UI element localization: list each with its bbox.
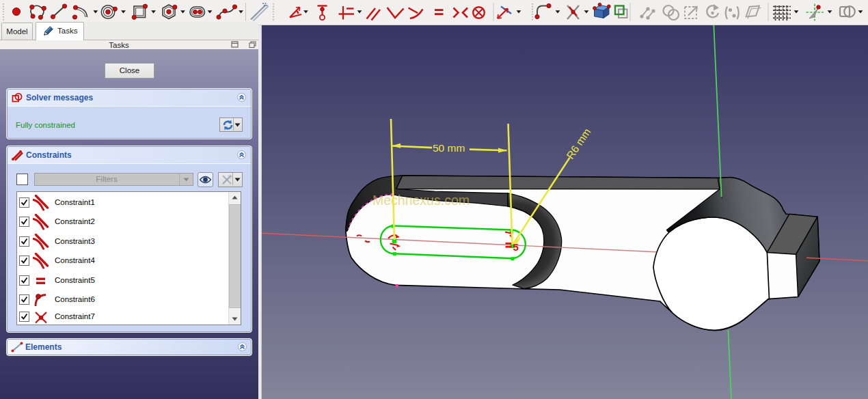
- svg-text:50 mm: 50 mm: [433, 142, 465, 154]
